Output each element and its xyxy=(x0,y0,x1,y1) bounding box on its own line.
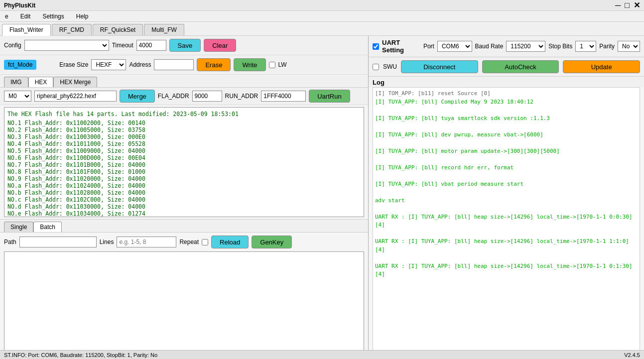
genkey-button[interactable]: GenKey xyxy=(252,236,292,248)
save-button[interactable]: Save xyxy=(169,39,201,52)
hex-line-a: NO.a Flash_Addr: 0x11024000, Size: 04000 xyxy=(7,182,361,189)
hex-line-e: NO.e Flash_Addr: 0x11034000, Size: 01274 xyxy=(7,210,361,217)
config-label: Config xyxy=(4,42,21,49)
batch-controls-row: Path Lines Repeat Reload GenKey xyxy=(4,236,364,248)
title-bar: PhyPlusKit ─ □ ✕ xyxy=(0,0,644,11)
tab-batch[interactable]: Batch xyxy=(33,222,62,232)
log-spacer-8 xyxy=(375,230,638,238)
tab-hex-merge[interactable]: HEX Merge xyxy=(53,77,97,87)
update-button[interactable]: Update xyxy=(563,60,640,73)
lw-checkbox[interactable] xyxy=(269,62,275,68)
address-input[interactable] xyxy=(154,59,194,70)
erase-write-row: fct_Mode Erase Size HEXF Address Erase W… xyxy=(0,55,368,75)
swu-label: SWU xyxy=(383,63,397,70)
tab-rf-cmd[interactable]: RF_CMD xyxy=(52,24,92,35)
hex-line-6: NO.6 Flash_Addr: 0x1100D000, Size: 00E04 xyxy=(7,154,361,161)
hex-line-5: NO.5 Flash_Addr: 0x11009000, Size: 04000 xyxy=(7,147,361,154)
log-spacer-1 xyxy=(375,106,638,115)
minimize-btn[interactable]: ─ xyxy=(615,1,621,10)
run-addr-label: RUN_ADDR xyxy=(225,93,258,100)
lw-label: LW xyxy=(278,61,287,68)
hex-line-8: NO.8 Flash_Addr: 0x1101F000, Size: 01000 xyxy=(7,168,361,175)
log-label: Log xyxy=(369,77,644,87)
menu-file[interactable]: e xyxy=(2,12,11,21)
log-spacer-3 xyxy=(375,139,638,147)
tab-rf-quickset[interactable]: RF_QuickSet xyxy=(93,24,143,35)
clear-button[interactable]: Clear xyxy=(204,39,236,52)
hex-mode-select[interactable]: M0 xyxy=(4,91,31,102)
uart-enabled-checkbox[interactable] xyxy=(373,43,379,50)
log-spacer-9 xyxy=(375,254,638,262)
reload-button[interactable]: Reload xyxy=(211,236,249,248)
parity-label: Parity xyxy=(599,43,615,50)
tab-multi-fw[interactable]: Multi_FW xyxy=(144,24,184,35)
tab-flash-writer[interactable]: Flash_Writer xyxy=(2,24,51,36)
repeat-label: Repeat xyxy=(179,239,199,245)
menu-settings[interactable]: Settings xyxy=(39,12,67,21)
fla-addr-input[interactable] xyxy=(192,91,222,102)
path-input[interactable] xyxy=(19,237,97,247)
log-spacer-4 xyxy=(375,155,638,164)
disconnect-button[interactable]: Disconnect xyxy=(401,60,478,73)
hex-line-7: NO.7 Flash_Addr: 0x1101B000, Size: 04000 xyxy=(7,161,361,168)
log-spacer-2 xyxy=(375,122,638,131)
address-label: Address xyxy=(129,61,151,68)
erase-size-select[interactable]: HEXF xyxy=(91,59,126,70)
log-line-9: UART RX : [I] TUYA_APP: [bll] heap size-… xyxy=(375,238,638,254)
hex-line-4: NO.4 Flash_Addr: 0x11011000, Size: 05528 xyxy=(7,140,361,147)
hex-file-input[interactable] xyxy=(34,91,117,102)
uart-run-button[interactable]: UartRun xyxy=(309,90,350,103)
port-select[interactable]: COM6 xyxy=(437,41,472,52)
port-label: Port xyxy=(423,43,434,50)
erase-button[interactable]: Erase xyxy=(197,58,231,71)
app-title: PhyPlusKit xyxy=(4,2,35,9)
tab-img[interactable]: IMG xyxy=(4,77,28,87)
tab-hex[interactable]: HEX xyxy=(28,77,54,87)
lines-input[interactable] xyxy=(117,237,176,247)
hex-mode-label[interactable]: fct_Mode xyxy=(4,60,36,70)
bottom-tab-bar: Single Batch xyxy=(0,219,368,233)
hex-line-9: NO.9 Flash_Addr: 0x11020000, Size: 04000 xyxy=(7,175,361,182)
config-select[interactable] xyxy=(24,40,109,51)
close-btn[interactable]: ✕ xyxy=(634,0,640,10)
baud-label: Baud Rate xyxy=(475,43,504,50)
path-label: Path xyxy=(4,239,16,245)
hex-line-d: NO.d Flash_Addr: 0x11030000, Size: 04000 xyxy=(7,203,361,210)
hex-line-c: NO.c Flash_Addr: 0x1102C000, Size: 04000 xyxy=(7,196,361,203)
log-line-5: [I] TUYA_APP: [bll] record hdr err, form… xyxy=(375,164,638,172)
uart-setting-header: UART Setting Port COM6 Baud Rate 115200 … xyxy=(369,36,644,57)
parity-select[interactable]: No xyxy=(618,41,640,52)
write-button[interactable]: Write xyxy=(234,58,265,71)
menu-bar: e Edit Settings Help xyxy=(0,11,644,22)
autocheck-button[interactable]: AutoCheck xyxy=(482,60,559,73)
maximize-btn[interactable]: □ xyxy=(625,1,630,10)
log-line-0: [I] TOM_APP: [b11] reset Source [0] xyxy=(375,90,638,98)
log-line-10: UART RX : [I] TUYA_APP: [bll] heap size-… xyxy=(375,262,638,279)
swu-checkbox[interactable] xyxy=(373,64,379,70)
section-tab-bar: IMG HEX HEX Merge xyxy=(0,75,368,88)
status-bar: ST.INFO: Port: COM6, Baudrate: 115200, S… xyxy=(0,350,644,359)
batch-textarea[interactable] xyxy=(4,251,364,356)
uart-title: UART Setting xyxy=(382,39,420,54)
tab-single[interactable]: Single xyxy=(4,222,33,232)
baud-select[interactable]: 115200 xyxy=(506,41,545,52)
hex-line-3: NO.3 Flash_Addr: 0x11003000, Size: 000E0 xyxy=(7,133,361,140)
left-panel: Config Timeout Save Clear fct_Mode Erase… xyxy=(0,36,369,359)
batch-section: Path Lines Repeat Reload GenKey xyxy=(0,233,368,251)
timeout-label: Timeout xyxy=(112,42,133,49)
top-tab-bar: Flash_Writer RF_CMD RF_QuickSet Multi_FW xyxy=(0,22,644,36)
log-line-7: adv start xyxy=(375,197,638,205)
hex-line-2: NO.2 Flash_Addr: 0x11005000, Size: 03758 xyxy=(7,126,361,133)
menu-edit[interactable]: Edit xyxy=(17,12,34,21)
log-spacer-6 xyxy=(375,188,638,197)
hex-content-area: The HEX Flash file has 14 parts. Last mo… xyxy=(4,107,364,217)
log-area[interactable]: [I] TOM_APP: [b11] reset Source [0] [I] … xyxy=(373,87,640,354)
hex-controls-row: M0 Merge FLA_ADDR RUN_ADDR UartRun xyxy=(0,88,368,105)
run-addr-input[interactable] xyxy=(261,91,306,102)
repeat-checkbox[interactable] xyxy=(202,239,208,245)
merge-button[interactable]: Merge xyxy=(120,90,155,103)
menu-help[interactable]: Help xyxy=(73,12,92,21)
right-panel: UART Setting Port COM6 Baud Rate 115200 … xyxy=(369,36,644,359)
stop-select[interactable]: 1 xyxy=(575,41,596,52)
timeout-input[interactable] xyxy=(136,40,166,51)
